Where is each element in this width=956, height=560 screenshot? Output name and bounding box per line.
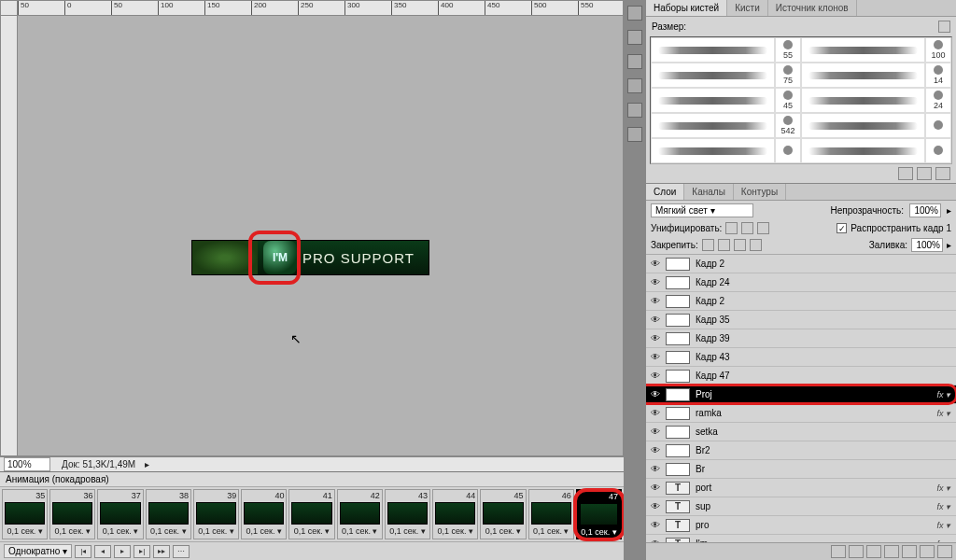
layer-fx-indicator[interactable]: fx ▾: [936, 409, 953, 418]
visibility-eye-icon[interactable]: 👁: [649, 463, 662, 476]
layer-thumbnail[interactable]: [666, 314, 690, 327]
animation-frame[interactable]: 430,1 сек. ▾: [385, 489, 430, 539]
layer-fx-icon[interactable]: [849, 545, 864, 558]
layer-name[interactable]: pro: [694, 520, 933, 530]
tab-brush-presets[interactable]: Наборы кистей: [646, 0, 727, 16]
new-brush-icon[interactable]: [917, 167, 932, 180]
layer-thumbnail[interactable]: [666, 426, 690, 439]
brush-size-label[interactable]: 45: [775, 88, 801, 113]
animation-frame[interactable]: 370,1 сек. ▾: [97, 489, 143, 539]
layer-thumbnail[interactable]: [666, 370, 690, 383]
chevron-right-icon[interactable]: ▸: [947, 205, 951, 216]
layer-thumbnail[interactable]: [666, 463, 690, 476]
layer-row[interactable]: 👁 Кадр 2: [646, 255, 956, 273]
play-button[interactable]: ▸: [114, 545, 131, 558]
brush-size-label[interactable]: [925, 138, 951, 163]
layer-row[interactable]: 👁 Кадр 2: [646, 292, 956, 311]
prev-frame-button[interactable]: ◂: [94, 545, 111, 558]
chevron-right-icon[interactable]: ▸: [145, 459, 149, 469]
layer-fx-indicator[interactable]: fx ▾: [936, 539, 953, 543]
visibility-eye-icon[interactable]: 👁: [649, 295, 662, 308]
brush-stroke-preview[interactable]: [801, 37, 925, 63]
ruler-vertical[interactable]: [1, 16, 18, 455]
brush-size-label[interactable]: [925, 113, 951, 138]
ruler-horizontal[interactable]: 50050100150200250300350400450500550600: [18, 1, 623, 16]
brush-size-label[interactable]: 14: [925, 63, 951, 88]
layer-row[interactable]: 👁 ramka fx ▾: [646, 404, 956, 423]
delete-layer-icon[interactable]: [937, 545, 952, 558]
animation-frame[interactable]: 440,1 сек. ▾: [432, 489, 478, 539]
layer-name[interactable]: Кадр 24: [694, 277, 953, 287]
visibility-eye-icon[interactable]: 👁: [649, 314, 662, 327]
zoom-input[interactable]: 100%: [4, 457, 50, 471]
visibility-eye-icon[interactable]: 👁: [649, 482, 662, 495]
dock-icon-3[interactable]: [627, 54, 642, 69]
animation-frame[interactable]: 380,1 сек. ▾: [146, 489, 191, 539]
tab-paths[interactable]: Контуры: [734, 184, 786, 200]
brush-size-label[interactable]: 75: [775, 63, 801, 88]
visibility-eye-icon[interactable]: 👁: [649, 332, 662, 345]
brush-stroke-preview[interactable]: [801, 63, 925, 88]
layer-name[interactable]: ramka: [694, 408, 933, 418]
brush-stroke-preview[interactable]: [651, 113, 775, 138]
blend-mode-select[interactable]: Мягкий свет ▾: [651, 203, 753, 217]
lock-all-icon[interactable]: [750, 239, 762, 251]
brush-size-label[interactable]: 24: [925, 88, 951, 113]
link-layers-icon[interactable]: [831, 545, 846, 558]
next-frame-button[interactable]: ▸|: [134, 545, 150, 558]
layer-name[interactable]: Proj: [694, 389, 933, 399]
tab-layers[interactable]: Слои: [646, 184, 684, 200]
layer-row[interactable]: 👁 Proj fx ▾: [646, 385, 956, 404]
layer-row[interactable]: 👁 T pro fx ▾: [646, 516, 956, 535]
tab-clone-source[interactable]: Источник клонов: [768, 0, 857, 16]
animation-frame[interactable]: 400,1 сек. ▾: [241, 489, 287, 539]
layer-row[interactable]: 👁 Br: [646, 460, 956, 479]
layer-row[interactable]: 👁 Кадр 47: [646, 367, 956, 385]
layer-thumbnail[interactable]: [666, 258, 690, 271]
visibility-eye-icon[interactable]: 👁: [649, 407, 662, 420]
tab-channels[interactable]: Каналы: [684, 184, 734, 200]
tab-brushes[interactable]: Кисти: [727, 0, 768, 16]
lock-transparency-icon[interactable]: [702, 239, 714, 251]
layer-name[interactable]: Кадр 39: [694, 333, 953, 343]
unify-visibility-icon[interactable]: [741, 222, 753, 234]
animation-panel-title[interactable]: Анимация (покадровая): [0, 472, 624, 487]
loop-select[interactable]: Однократно ▾: [4, 544, 72, 558]
dock-icon-6[interactable]: [627, 127, 642, 142]
layer-name[interactable]: Кадр 2: [694, 296, 953, 306]
layer-thumbnail[interactable]: [666, 276, 690, 289]
brush-size-label[interactable]: [775, 138, 801, 163]
ruler-origin[interactable]: [1, 1, 18, 16]
opacity-input[interactable]: 100%: [909, 203, 941, 217]
unify-style-icon[interactable]: [757, 222, 769, 234]
layer-fx-indicator[interactable]: fx ▾: [936, 521, 953, 530]
layer-name[interactable]: Кадр 47: [694, 371, 953, 381]
layer-name[interactable]: setka: [694, 427, 953, 437]
layer-fx-indicator[interactable]: fx ▾: [936, 390, 953, 399]
dock-icon-5[interactable]: [627, 103, 642, 118]
dock-icon-1[interactable]: [627, 6, 642, 21]
delete-brush-icon[interactable]: [935, 167, 950, 180]
new-group-icon[interactable]: [902, 545, 917, 558]
fill-input[interactable]: 100%: [911, 238, 943, 252]
visibility-eye-icon[interactable]: 👁: [649, 258, 662, 271]
dock-icon-4[interactable]: [627, 78, 642, 93]
adjustment-layer-icon[interactable]: [884, 545, 899, 558]
lock-position-icon[interactable]: [734, 239, 746, 251]
doc-size-info[interactable]: Док: 51,3K/1,49M: [56, 459, 141, 469]
brush-stroke-preview[interactable]: [801, 113, 925, 138]
brush-stroke-preview[interactable]: [651, 138, 775, 163]
layer-row[interactable]: 👁 Кадр 24: [646, 273, 956, 292]
brush-size-label[interactable]: 542: [775, 113, 801, 138]
layer-mask-icon[interactable]: [866, 545, 881, 558]
brush-size-label[interactable]: 100: [925, 37, 951, 63]
tween-button[interactable]: ⋯: [173, 545, 190, 558]
propagate-checkbox[interactable]: ✓: [836, 223, 847, 233]
layer-row[interactable]: 👁 T sup fx ▾: [646, 497, 956, 516]
layer-name[interactable]: Br: [694, 464, 953, 474]
animation-frame[interactable]: 420,1 сек. ▾: [337, 489, 383, 539]
unify-position-icon[interactable]: [725, 222, 738, 234]
chevron-right-icon[interactable]: ▸: [947, 240, 951, 250]
layer-thumbnail[interactable]: [666, 388, 690, 401]
visibility-eye-icon[interactable]: 👁: [649, 388, 662, 401]
